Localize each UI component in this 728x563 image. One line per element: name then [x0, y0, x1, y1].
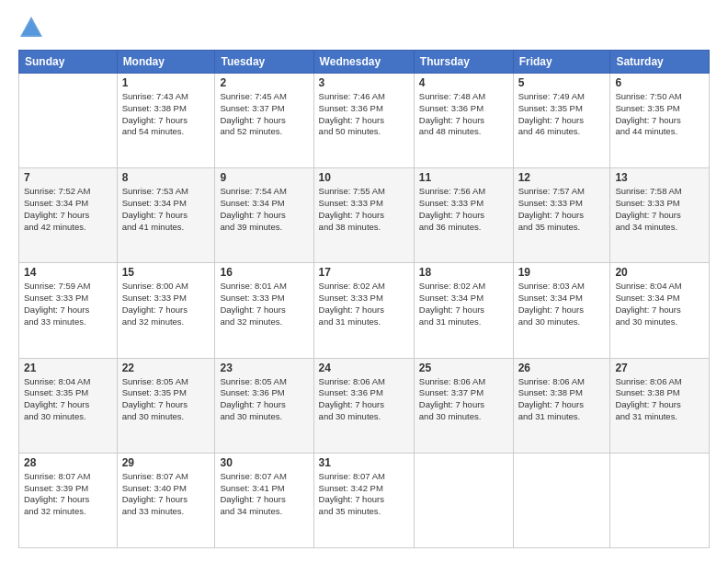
week-row-5: 28Sunrise: 8:07 AMSunset: 3:39 PMDayligh…: [19, 453, 710, 547]
day-info: Sunrise: 8:07 AMSunset: 3:39 PMDaylight:…: [24, 471, 112, 518]
day-number: 2: [220, 76, 308, 89]
day-info: Sunrise: 7:53 AMSunset: 3:34 PMDaylight:…: [122, 186, 210, 233]
day-info: Sunrise: 8:04 AMSunset: 3:35 PMDaylight:…: [24, 376, 112, 423]
day-cell: 7Sunrise: 7:52 AMSunset: 3:34 PMDaylight…: [19, 168, 118, 263]
day-cell: 8Sunrise: 7:53 AMSunset: 3:34 PMDaylight…: [117, 168, 215, 263]
day-cell: 18Sunrise: 8:02 AMSunset: 3:34 PMDayligh…: [414, 263, 513, 358]
day-info: Sunrise: 8:02 AMSunset: 3:34 PMDaylight:…: [419, 281, 508, 327]
day-number: 8: [122, 171, 210, 184]
day-cell: 20Sunrise: 8:04 AMSunset: 3:34 PMDayligh…: [610, 263, 710, 358]
day-cell: 15Sunrise: 8:00 AMSunset: 3:33 PMDayligh…: [117, 263, 215, 358]
day-info: Sunrise: 8:07 AMSunset: 3:40 PMDaylight:…: [122, 471, 210, 518]
day-cell: 14Sunrise: 7:59 AMSunset: 3:33 PMDayligh…: [19, 263, 118, 358]
day-cell: 1Sunrise: 7:43 AMSunset: 3:38 PMDaylight…: [117, 74, 215, 168]
day-info: Sunrise: 8:04 AMSunset: 3:34 PMDaylight:…: [615, 281, 704, 327]
day-number: 7: [24, 171, 112, 184]
day-number: 28: [24, 456, 112, 469]
logo: [18, 15, 48, 40]
day-number: 10: [319, 171, 409, 184]
day-cell: 22Sunrise: 8:05 AMSunset: 3:35 PMDayligh…: [117, 358, 215, 453]
day-number: 6: [615, 76, 704, 89]
day-info: Sunrise: 8:01 AMSunset: 3:33 PMDaylight:…: [220, 281, 308, 327]
page: SundayMondayTuesdayWednesdayThursdayFrid…: [0, 0, 728, 563]
day-cell: 10Sunrise: 7:55 AMSunset: 3:33 PMDayligh…: [313, 168, 414, 263]
day-cell: 11Sunrise: 7:56 AMSunset: 3:33 PMDayligh…: [414, 168, 513, 263]
day-cell: 27Sunrise: 8:06 AMSunset: 3:38 PMDayligh…: [610, 358, 710, 453]
day-number: 31: [319, 456, 409, 469]
day-cell: [610, 453, 710, 547]
day-cell: [19, 74, 118, 168]
day-info: Sunrise: 8:07 AMSunset: 3:42 PMDaylight:…: [319, 471, 409, 518]
day-info: Sunrise: 7:45 AMSunset: 3:37 PMDaylight:…: [220, 91, 308, 138]
day-cell: 26Sunrise: 8:06 AMSunset: 3:38 PMDayligh…: [513, 358, 610, 453]
day-number: 19: [518, 266, 606, 279]
day-cell: 31Sunrise: 8:07 AMSunset: 3:42 PMDayligh…: [313, 453, 414, 547]
day-cell: 4Sunrise: 7:48 AMSunset: 3:36 PMDaylight…: [414, 74, 513, 168]
day-number: 5: [518, 76, 606, 89]
column-header-friday: Friday: [513, 51, 610, 74]
day-number: 15: [122, 266, 210, 279]
day-info: Sunrise: 7:48 AMSunset: 3:36 PMDaylight:…: [419, 91, 508, 138]
day-number: 4: [419, 76, 508, 89]
day-cell: 3Sunrise: 7:46 AMSunset: 3:36 PMDaylight…: [313, 74, 414, 168]
day-info: Sunrise: 8:02 AMSunset: 3:33 PMDaylight:…: [319, 281, 409, 327]
day-info: Sunrise: 7:50 AMSunset: 3:35 PMDaylight:…: [615, 91, 704, 138]
day-number: 26: [518, 362, 606, 374]
column-header-thursday: Thursday: [414, 51, 513, 74]
day-cell: 13Sunrise: 7:58 AMSunset: 3:33 PMDayligh…: [610, 168, 710, 263]
header: [18, 15, 710, 40]
day-cell: 5Sunrise: 7:49 AMSunset: 3:35 PMDaylight…: [513, 74, 610, 168]
day-number: 23: [220, 362, 308, 374]
day-info: Sunrise: 7:58 AMSunset: 3:33 PMDaylight:…: [615, 186, 704, 233]
day-cell: 25Sunrise: 8:06 AMSunset: 3:37 PMDayligh…: [414, 358, 513, 453]
day-cell: 9Sunrise: 7:54 AMSunset: 3:34 PMDaylight…: [215, 168, 313, 263]
svg-marker-1: [22, 20, 40, 35]
day-info: Sunrise: 8:00 AMSunset: 3:33 PMDaylight:…: [122, 281, 210, 327]
day-cell: 6Sunrise: 7:50 AMSunset: 3:35 PMDaylight…: [610, 74, 710, 168]
day-info: Sunrise: 7:49 AMSunset: 3:35 PMDaylight:…: [518, 91, 606, 138]
day-number: 24: [319, 362, 409, 374]
day-number: 21: [24, 362, 112, 374]
day-info: Sunrise: 8:05 AMSunset: 3:36 PMDaylight:…: [220, 376, 308, 423]
day-info: Sunrise: 8:07 AMSunset: 3:41 PMDaylight:…: [220, 471, 308, 518]
day-info: Sunrise: 7:56 AMSunset: 3:33 PMDaylight:…: [419, 186, 508, 233]
day-cell: 28Sunrise: 8:07 AMSunset: 3:39 PMDayligh…: [19, 453, 118, 547]
day-cell: 2Sunrise: 7:45 AMSunset: 3:37 PMDaylight…: [215, 74, 313, 168]
day-info: Sunrise: 7:54 AMSunset: 3:34 PMDaylight:…: [220, 186, 308, 233]
day-cell: 30Sunrise: 8:07 AMSunset: 3:41 PMDayligh…: [215, 453, 313, 547]
logo-icon: [18, 15, 44, 40]
day-info: Sunrise: 7:43 AMSunset: 3:38 PMDaylight:…: [122, 91, 210, 138]
day-cell: 16Sunrise: 8:01 AMSunset: 3:33 PMDayligh…: [215, 263, 313, 358]
day-info: Sunrise: 7:55 AMSunset: 3:33 PMDaylight:…: [319, 186, 409, 233]
week-row-4: 21Sunrise: 8:04 AMSunset: 3:35 PMDayligh…: [19, 358, 710, 453]
day-cell: 12Sunrise: 7:57 AMSunset: 3:33 PMDayligh…: [513, 168, 610, 263]
day-info: Sunrise: 8:06 AMSunset: 3:38 PMDaylight:…: [615, 376, 704, 423]
day-number: 18: [419, 266, 508, 279]
day-number: 25: [419, 362, 508, 374]
column-header-monday: Monday: [117, 51, 215, 74]
day-number: 1: [122, 76, 210, 89]
day-info: Sunrise: 7:57 AMSunset: 3:33 PMDaylight:…: [518, 186, 606, 233]
week-row-2: 7Sunrise: 7:52 AMSunset: 3:34 PMDaylight…: [19, 168, 710, 263]
day-info: Sunrise: 8:05 AMSunset: 3:35 PMDaylight:…: [122, 376, 210, 423]
day-cell: 29Sunrise: 8:07 AMSunset: 3:40 PMDayligh…: [117, 453, 215, 547]
week-row-1: 1Sunrise: 7:43 AMSunset: 3:38 PMDaylight…: [19, 74, 710, 168]
day-cell: [414, 453, 513, 547]
day-info: Sunrise: 8:06 AMSunset: 3:37 PMDaylight:…: [419, 376, 508, 423]
day-number: 22: [122, 362, 210, 374]
day-info: Sunrise: 7:59 AMSunset: 3:33 PMDaylight:…: [24, 281, 112, 327]
day-number: 13: [615, 171, 704, 184]
day-number: 27: [615, 362, 704, 374]
day-info: Sunrise: 7:46 AMSunset: 3:36 PMDaylight:…: [319, 91, 409, 138]
day-info: Sunrise: 8:06 AMSunset: 3:36 PMDaylight:…: [319, 376, 409, 423]
day-cell: 19Sunrise: 8:03 AMSunset: 3:34 PMDayligh…: [513, 263, 610, 358]
day-number: 20: [615, 266, 704, 279]
day-number: 3: [319, 76, 409, 89]
week-row-3: 14Sunrise: 7:59 AMSunset: 3:33 PMDayligh…: [19, 263, 710, 358]
day-info: Sunrise: 8:03 AMSunset: 3:34 PMDaylight:…: [518, 281, 606, 327]
column-header-sunday: Sunday: [19, 51, 118, 74]
day-info: Sunrise: 8:06 AMSunset: 3:38 PMDaylight:…: [518, 376, 606, 423]
day-cell: 21Sunrise: 8:04 AMSunset: 3:35 PMDayligh…: [19, 358, 118, 453]
day-number: 29: [122, 456, 210, 469]
day-number: 30: [220, 456, 308, 469]
